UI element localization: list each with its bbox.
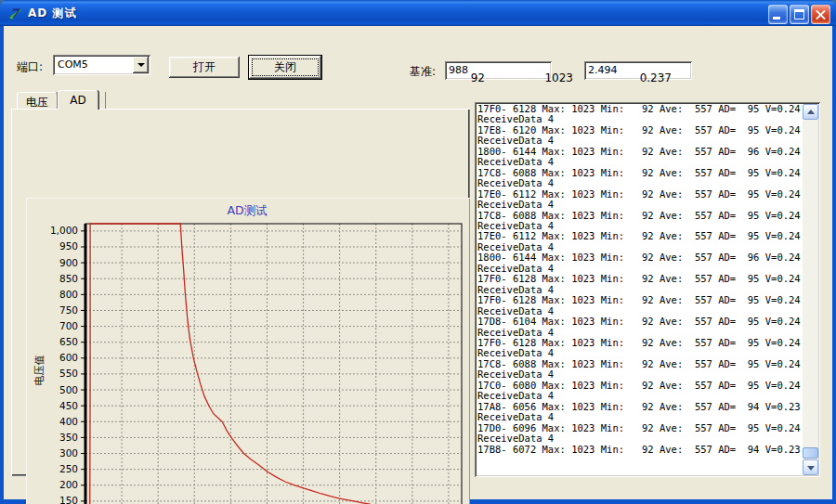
client-area: 端口: COM5 打开 关闭 基准: 988 2.494 92 1023 0.2… [4, 26, 832, 499]
svg-text:200: 200 [59, 479, 78, 490]
open-button[interactable]: 打开 [169, 57, 240, 78]
scroll-down-button[interactable] [803, 459, 818, 475]
scrollbar-thumb[interactable] [803, 447, 818, 459]
svg-text:900: 900 [59, 257, 78, 268]
title-bar[interactable]: 7 AD 测试 [0, 0, 836, 26]
combobox-dropdown-button[interactable] [133, 57, 149, 73]
port-value: COM5 [58, 58, 88, 71]
svg-text:7: 7 [10, 6, 20, 20]
svg-text:1,000: 1,000 [50, 225, 78, 236]
svg-text:500: 500 [59, 384, 78, 395]
chart-panel: 1001502002503003504004505005506006507007… [26, 198, 470, 504]
scroll-up-button[interactable] [803, 104, 818, 120]
window-title: AD 测试 [28, 6, 76, 21]
svg-text:150: 150 [59, 495, 78, 504]
stat-voltage-value: 0.237 [610, 71, 672, 84]
receive-log-lines: 17F0- 6128 Max: 1023 Min: 92 Ave: 557 AD… [477, 104, 801, 473]
minimize-button[interactable] [768, 5, 788, 24]
svg-text:电压值: 电压值 [33, 355, 46, 386]
app-icon: 7 [7, 6, 23, 21]
port-combobox[interactable]: COM5 [53, 55, 150, 75]
close-port-button[interactable]: 关闭 [249, 56, 321, 79]
svg-text:650: 650 [59, 336, 78, 347]
svg-text:AD测试: AD测试 [227, 203, 268, 217]
svg-text:950: 950 [59, 240, 78, 252]
maximize-icon [794, 9, 804, 19]
svg-text:750: 750 [59, 304, 78, 316]
svg-text:350: 350 [59, 432, 78, 443]
log-scrollbar[interactable] [803, 104, 818, 475]
stat-max-value: 1023 [517, 71, 573, 84]
focus-rectangle [253, 59, 318, 75]
port-label: 端口: [17, 59, 43, 75]
svg-text:850: 850 [59, 273, 78, 284]
receive-log-listbox[interactable]: 17F0- 6128 Max: 1023 Min: 92 Ave: 557 AD… [475, 102, 820, 477]
svg-text:550: 550 [59, 368, 78, 379]
svg-text:800: 800 [59, 289, 78, 300]
tab-voltage[interactable]: 电压 [17, 92, 58, 109]
stat-min-value: 92 [429, 71, 485, 84]
scroll-up-icon [807, 110, 815, 114]
svg-text:400: 400 [59, 416, 78, 427]
svg-text:300: 300 [59, 447, 78, 459]
svg-text:700: 700 [59, 320, 78, 331]
chevron-down-icon [137, 63, 145, 67]
svg-text:450: 450 [59, 400, 78, 411]
close-button[interactable] [811, 5, 830, 24]
tab-page-ad: 1001502002503003504004505005506006507007… [11, 109, 470, 476]
svg-text:250: 250 [59, 463, 78, 474]
minimize-icon [773, 17, 780, 19]
scroll-down-icon [807, 466, 815, 471]
tab-strip-edge [105, 92, 106, 109]
tab-ad[interactable]: AD [58, 90, 98, 110]
svg-text:600: 600 [59, 352, 78, 363]
maximize-button[interactable] [790, 5, 809, 24]
app-window: 7 AD 测试 端口: COM5 打开 关闭 基准: 988 2.494 92 … [0, 0, 836, 504]
ad-chart: 1001502002503003504004505005506006507007… [26, 198, 468, 504]
